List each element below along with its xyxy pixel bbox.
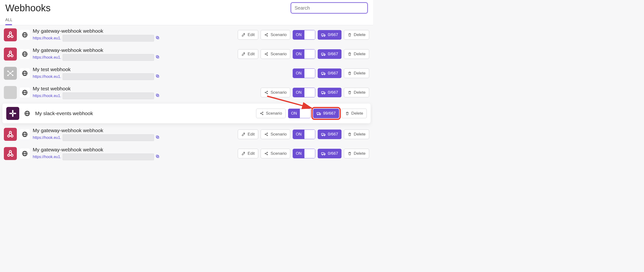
queue-count: 0/667 bbox=[328, 71, 338, 76]
webhook-row: My slack-events webhook Scenario ON 99/6… bbox=[2, 104, 370, 123]
delete-button[interactable]: Delete bbox=[344, 88, 369, 97]
truck-icon bbox=[321, 132, 326, 137]
edit-button[interactable]: Edit bbox=[238, 130, 258, 139]
webhook-info: My gateway-webhook webhook https://hook.… bbox=[33, 47, 235, 61]
toggle-off bbox=[304, 69, 315, 78]
app-icon bbox=[4, 128, 17, 141]
url-prefix: https://hook.eu1. bbox=[33, 55, 61, 60]
webhook-row: My gateway-webhook webhook https://hook.… bbox=[0, 25, 373, 44]
edit-label: Edit bbox=[248, 32, 254, 37]
scenario-icon bbox=[264, 151, 268, 156]
queue-count: 0/667 bbox=[328, 132, 338, 137]
globe-icon bbox=[20, 49, 30, 59]
scenario-label: Scenario bbox=[270, 90, 286, 95]
toggle-on-label: ON bbox=[293, 69, 304, 78]
toggle-on-label: ON bbox=[293, 49, 304, 59]
queue-button[interactable]: 0/667 bbox=[318, 49, 342, 59]
scenario-icon bbox=[264, 132, 268, 136]
scenario-button[interactable]: Scenario bbox=[256, 109, 286, 118]
queue-count: 0/667 bbox=[328, 52, 338, 56]
queue-button[interactable]: 0/667 bbox=[318, 30, 342, 40]
copy-url-icon[interactable] bbox=[156, 135, 160, 140]
edit-button[interactable]: Edit bbox=[238, 49, 258, 59]
delete-button[interactable]: Delete bbox=[344, 130, 369, 139]
url-prefix: https://hook.eu1. bbox=[33, 36, 61, 40]
webhook-row: My test webhook https://hook.eu1. Scenar… bbox=[0, 83, 373, 102]
scenario-button[interactable]: Scenario bbox=[261, 30, 290, 40]
trash-icon bbox=[345, 111, 350, 116]
enable-toggle[interactable]: ON bbox=[293, 149, 315, 158]
row-actions: ON 0/667 Delete bbox=[293, 68, 369, 78]
enable-toggle[interactable]: ON bbox=[293, 130, 315, 139]
edit-button[interactable]: Edit bbox=[238, 149, 258, 158]
webhook-info: My gateway-webhook webhook https://hook.… bbox=[33, 128, 235, 141]
scenario-button[interactable]: Scenario bbox=[261, 49, 290, 59]
webhook-info: My gateway-webhook webhook https://hook.… bbox=[33, 28, 235, 42]
copy-url-icon[interactable] bbox=[156, 93, 160, 99]
enable-toggle[interactable]: ON bbox=[293, 68, 315, 78]
webhook-url: https://hook.eu1. bbox=[33, 134, 235, 141]
queue-button[interactable]: 0/667 bbox=[318, 68, 342, 78]
truck-icon bbox=[321, 52, 326, 56]
enable-toggle[interactable]: ON bbox=[293, 49, 315, 59]
queue-button[interactable]: 0/667 bbox=[318, 130, 342, 139]
enable-toggle[interactable]: ON bbox=[288, 109, 311, 118]
enable-toggle[interactable]: ON bbox=[293, 30, 315, 40]
url-prefix: https://hook.eu1. bbox=[33, 94, 61, 98]
toggle-on-label: ON bbox=[293, 149, 304, 158]
webhook-url: https://hook.eu1. bbox=[33, 153, 235, 160]
search-input[interactable] bbox=[291, 2, 368, 13]
row-actions: Scenario ON 99/667 Delete bbox=[256, 109, 367, 118]
delete-button[interactable]: Delete bbox=[344, 68, 369, 78]
webhook-row: My gateway-webhook webhook https://hook.… bbox=[0, 125, 373, 144]
queue-button[interactable]: 0/667 bbox=[318, 149, 342, 158]
app-icon bbox=[4, 86, 17, 99]
url-hidden bbox=[62, 35, 154, 42]
edit-label: Edit bbox=[248, 52, 254, 56]
webhook-name: My test webhook bbox=[33, 67, 290, 72]
edit-button[interactable]: Edit bbox=[238, 30, 258, 40]
toggle-on-label: ON bbox=[288, 109, 300, 118]
toggle-off bbox=[304, 30, 315, 39]
scenario-button[interactable]: Scenario bbox=[261, 88, 290, 97]
delete-button[interactable]: Delete bbox=[342, 109, 367, 118]
copy-url-icon[interactable] bbox=[156, 55, 160, 60]
truck-icon bbox=[321, 90, 326, 95]
queue-button[interactable]: 99/667 bbox=[313, 109, 339, 118]
delete-button[interactable]: Delete bbox=[344, 149, 369, 158]
webhook-info: My test webhook https://hook.eu1. bbox=[33, 86, 258, 99]
copy-url-icon[interactable] bbox=[156, 154, 160, 159]
edit-label: Edit bbox=[248, 151, 254, 156]
app-icon bbox=[4, 28, 17, 41]
delete-label: Delete bbox=[354, 151, 366, 156]
tab-all[interactable]: ALL bbox=[5, 18, 12, 25]
scenario-icon bbox=[264, 52, 268, 56]
webhook-info: My slack-events webhook bbox=[35, 111, 253, 116]
trash-icon bbox=[348, 52, 352, 56]
delete-button[interactable]: Delete bbox=[344, 30, 369, 40]
trash-icon bbox=[348, 132, 352, 136]
scenario-button[interactable]: Scenario bbox=[261, 149, 290, 158]
truck-icon bbox=[316, 111, 321, 116]
globe-icon bbox=[22, 108, 32, 119]
app-icon bbox=[4, 48, 17, 61]
row-actions: Edit Scenario ON 0/667 Delete bbox=[238, 149, 369, 158]
delete-label: Delete bbox=[354, 90, 366, 95]
globe-icon bbox=[20, 30, 30, 40]
scenario-label: Scenario bbox=[270, 132, 286, 137]
delete-label: Delete bbox=[354, 71, 366, 76]
row-actions: Edit Scenario ON 0/667 Delete bbox=[238, 130, 369, 139]
webhook-name: My test webhook bbox=[33, 86, 258, 92]
webhook-name: My gateway-webhook webhook bbox=[33, 147, 235, 152]
app-icon bbox=[4, 67, 17, 80]
enable-toggle[interactable]: ON bbox=[293, 88, 315, 97]
queue-button[interactable]: 0/667 bbox=[318, 88, 342, 97]
copy-url-icon[interactable] bbox=[156, 36, 160, 41]
scenario-icon bbox=[260, 111, 264, 116]
scenario-button[interactable]: Scenario bbox=[261, 130, 290, 139]
delete-button[interactable]: Delete bbox=[344, 49, 369, 59]
webhook-info: My gateway-webhook webhook https://hook.… bbox=[33, 147, 235, 160]
queue-count: 0/667 bbox=[328, 90, 338, 95]
webhook-row: My gateway-webhook webhook https://hook.… bbox=[0, 44, 373, 64]
copy-url-icon[interactable] bbox=[156, 74, 160, 79]
